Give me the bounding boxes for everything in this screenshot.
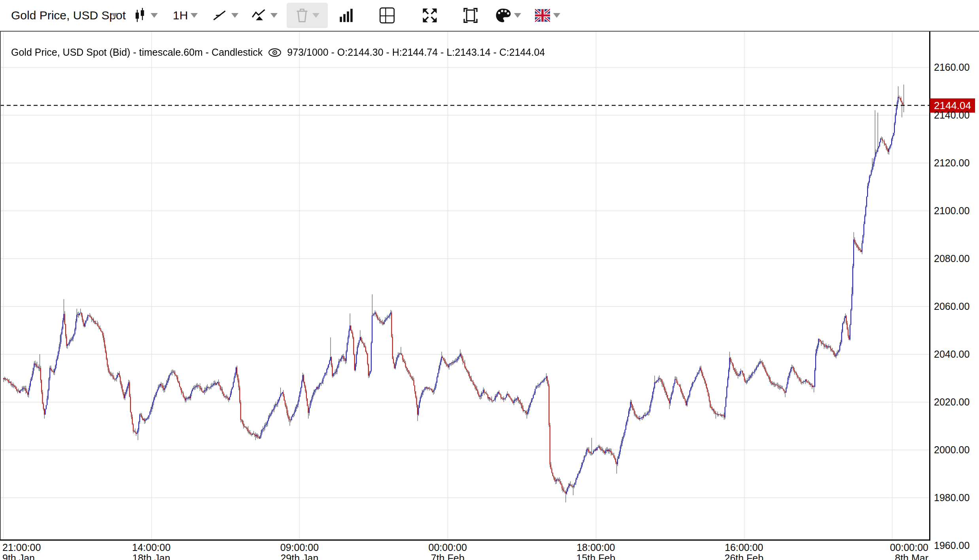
layout-grid-icon	[379, 7, 395, 24]
price-axis-tick-label: 2020.00	[934, 396, 977, 408]
snapshot-frame-button[interactable]	[463, 0, 478, 31]
time-axis-tick-label: 00:00:007th Feb	[414, 542, 481, 560]
trendline-tool-dropdown[interactable]	[231, 0, 238, 31]
time-axis-line[interactable]	[0, 539, 930, 541]
indicators-dropdown[interactable]	[270, 0, 278, 31]
time-axis-tick-label: 14:00:0018th Jan	[118, 542, 185, 560]
trash-icon	[295, 7, 309, 24]
chart-type-dropdown[interactable]	[151, 0, 158, 31]
price-axis-tick-label: 1980.00	[934, 492, 977, 503]
volume-button[interactable]	[338, 0, 353, 31]
price-axis-tick-label: 1960.00	[934, 540, 977, 551]
chart-legend: Gold Price, USD Spot (Bid) - timescale.6…	[11, 47, 545, 58]
language-dropdown[interactable]	[553, 0, 560, 31]
language-button[interactable]	[535, 0, 550, 31]
chevron-down-icon	[151, 13, 158, 18]
price-axis-tick-label: 2100.00	[934, 205, 977, 217]
price-axis-tick-label: 2040.00	[934, 349, 977, 360]
trading-chart-app: Gold Price, USD Spot 1H	[0, 0, 979, 560]
chevron-down-icon	[553, 13, 560, 18]
indicators-button[interactable]	[251, 0, 266, 31]
palette-dropdown[interactable]	[514, 0, 521, 31]
legend-series-text: Gold Price, USD Spot (Bid) - timescale.6…	[11, 47, 263, 58]
candlestick-chart-icon	[134, 8, 146, 23]
time-axis-tick-label: 16:00:0026th Feb	[711, 542, 778, 560]
chevron-down-icon	[191, 13, 198, 18]
time-axis-tick-label: 09:00:0029th Jan	[266, 542, 333, 560]
price-axis-tick-label: 2060.00	[934, 301, 977, 312]
candlestick-canvas[interactable]	[0, 32, 929, 539]
fullscreen-button[interactable]	[422, 0, 438, 31]
delete-drawings-button[interactable]	[287, 3, 328, 28]
time-axis-tick-label: 21:00:009th Jan	[2, 542, 70, 560]
chevron-down-icon	[270, 13, 278, 18]
fullscreen-icon	[422, 8, 438, 23]
timeframe-dropdown[interactable]	[191, 0, 198, 31]
timeframe-button[interactable]: 1H	[173, 0, 188, 31]
uk-flag-icon	[535, 9, 550, 22]
trendline-tool-button[interactable]	[212, 0, 227, 31]
time-axis-tick-label: 00:00:008th Mar	[861, 542, 928, 560]
time-axis-tick-label: 18:00:0015th Feb	[562, 542, 629, 560]
price-axis-tick-label: 2160.00	[934, 62, 977, 73]
toolbar: Gold Price, USD Spot 1H	[0, 0, 979, 31]
price-axis-tick-label: 2140.00	[934, 109, 977, 121]
layout-grid-button[interactable]	[379, 0, 395, 31]
chevron-down-icon	[312, 13, 319, 18]
chevron-down-icon	[231, 13, 238, 18]
legend-ohlc-text: 973/1000 - O:2144.30 - H:2144.74 - L:214…	[287, 47, 545, 58]
eye-icon[interactable]	[268, 48, 282, 57]
chevron-down-icon	[111, 13, 118, 18]
volume-bars-icon	[338, 8, 353, 23]
price-axis-tick-label: 2000.00	[934, 444, 977, 456]
timeframe-label: 1H	[173, 9, 188, 22]
chart-type-button[interactable]	[134, 0, 146, 31]
plot-left-border	[0, 32, 1, 539]
symbol-selector-dropdown[interactable]	[111, 0, 118, 31]
palette-button[interactable]	[495, 0, 512, 31]
symbol-selector[interactable]: Gold Price, USD Spot	[11, 0, 126, 31]
palette-icon	[495, 8, 512, 23]
trendline-tool-icon	[212, 8, 227, 23]
indicators-icon	[251, 8, 266, 23]
price-axis-tick-label: 2120.00	[934, 157, 977, 169]
chevron-down-icon	[514, 13, 521, 18]
snapshot-frame-icon	[463, 7, 478, 24]
symbol-selector-label: Gold Price, USD Spot	[11, 9, 126, 22]
price-axis-tick-label: 2080.00	[934, 253, 977, 264]
